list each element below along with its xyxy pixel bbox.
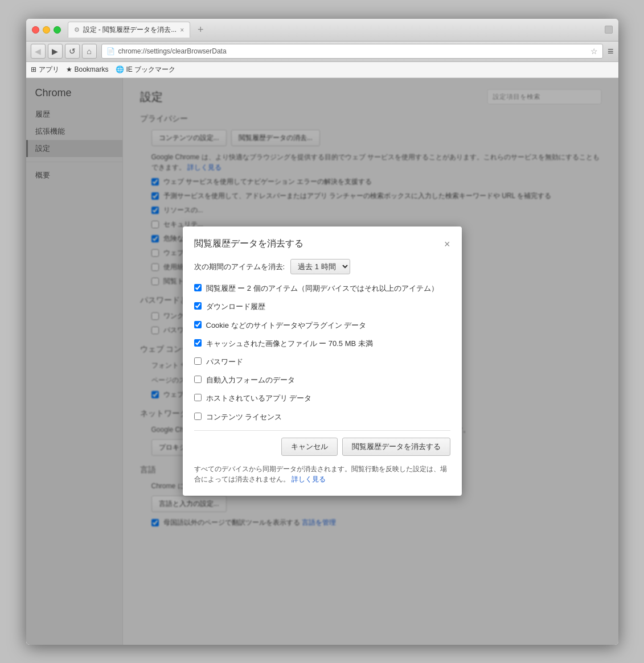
- reload-button[interactable]: ↺: [65, 44, 80, 59]
- reload-icon: ↺: [69, 47, 76, 56]
- apps-bookmark[interactable]: ⊞ アプリ: [31, 65, 59, 75]
- tab-close-button[interactable]: ×: [180, 26, 184, 34]
- cache-label: キャッシュされた画像とファイル ー 70.5 MB 未満: [206, 339, 373, 349]
- bookmarks-label: Bookmarks: [75, 65, 109, 73]
- dialog-footer: すべてのデバイスから同期データが消去されます。閲覧行動を反映した設定は、場合によ…: [194, 464, 450, 484]
- dialog-title: 閲覧履歴データを消去する: [194, 238, 303, 250]
- hosted-apps-checkbox[interactable]: [194, 394, 202, 401]
- dialog-separator: [194, 430, 450, 431]
- clear-data-button[interactable]: 閲覧履歴データを消去する: [342, 438, 450, 456]
- clear-browsing-data-dialog: 閲覧履歴データを消去する × 次の期間のアイテムを消去: 過去 1 時間過去 1…: [183, 227, 462, 496]
- home-button[interactable]: ⌂: [82, 44, 97, 59]
- apps-label: アプリ: [39, 65, 59, 75]
- ie-icon: 🌐: [116, 65, 124, 73]
- modal-overlay[interactable]: 閲覧履歴データを消去する × 次の期間のアイテムを消去: 過去 1 時間過去 1…: [26, 78, 618, 645]
- period-label: 次の期間のアイテムを消去:: [194, 262, 285, 272]
- active-tab[interactable]: ⚙ 設定 - 閲覧履歴データを消去... ×: [68, 22, 191, 38]
- chrome-menu-button[interactable]: ≡: [608, 46, 614, 57]
- autofill-checkbox[interactable]: [194, 376, 202, 383]
- autofill-label: 自動入力フォームのデータ: [206, 375, 295, 385]
- forward-icon: ▶: [52, 47, 58, 56]
- cookies-label: Cookie などのサイトデータやプラグイン データ: [206, 320, 367, 331]
- dialog-footer-link[interactable]: 詳しく見る: [292, 475, 326, 483]
- close-traffic-light[interactable]: [32, 26, 39, 34]
- content-licenses-checkbox[interactable]: [194, 413, 202, 420]
- bookmarks-bookmark[interactable]: ★ Bookmarks: [66, 65, 109, 73]
- cache-checkbox[interactable]: [194, 339, 202, 347]
- resize-button[interactable]: [605, 26, 613, 34]
- dialog-close-button[interactable]: ×: [444, 239, 450, 249]
- title-bar: ⚙ 設定 - 閲覧履歴データを消去... × +: [26, 19, 618, 42]
- nav-bar: ◀ ▶ ↺ ⌂ 📄 chrome://settings/clearBrowser…: [26, 42, 618, 62]
- cancel-button[interactable]: キャンセル: [281, 438, 338, 456]
- window-controls: [605, 26, 613, 34]
- tab-title: 設定 - 閲覧履歴データを消去...: [83, 25, 177, 35]
- traffic-lights: [32, 26, 61, 34]
- page-icon: 📄: [106, 47, 115, 55]
- forward-button[interactable]: ▶: [48, 44, 63, 59]
- dialog-checkbox-passwords: パスワード: [194, 356, 450, 368]
- dialog-buttons: キャンセル 閲覧履歴データを消去する: [194, 438, 450, 456]
- dialog-checkbox-autofill: 自動入力フォームのデータ: [194, 374, 450, 386]
- tab-bar: ⚙ 設定 - 閲覧履歴データを消去... × +: [68, 22, 600, 38]
- hosted-apps-label: ホストされているアプリ データ: [206, 393, 312, 403]
- dialog-checkbox-cache: キャッシュされた画像とファイル ー 70.5 MB 未満: [194, 337, 450, 350]
- ie-label: IE ブックマーク: [126, 65, 176, 75]
- period-row: 次の期間のアイテムを消去: 過去 1 時間過去 1 日過去 1 週間過去 4 週…: [194, 259, 450, 274]
- period-select[interactable]: 過去 1 時間過去 1 日過去 1 週間過去 4 週間すべて: [290, 259, 350, 274]
- minimize-traffic-light[interactable]: [43, 26, 50, 34]
- bookmark-star-icon[interactable]: ☆: [590, 47, 598, 56]
- dialog-checkbox-history: 閲覧履歴 ー 2 個のアイテム（同期デバイスではそれ以上のアイテム）: [194, 282, 450, 295]
- back-icon: ◀: [35, 47, 41, 56]
- content-licenses-label: コンテンツ ライセンス: [206, 412, 282, 422]
- url-display: chrome://settings/clearBrowserData: [118, 47, 587, 55]
- apps-icon: ⊞: [31, 65, 36, 73]
- cookies-checkbox[interactable]: [194, 321, 202, 328]
- passwords-label: パスワード: [206, 357, 243, 367]
- dialog-checkbox-cookies: Cookie などのサイトデータやプラグイン データ: [194, 319, 450, 332]
- omnibox[interactable]: 📄 chrome://settings/clearBrowserData ☆: [101, 44, 603, 59]
- history-label: 閲覧履歴 ー 2 個のアイテム（同期デバイスではそれ以上のアイテム）: [206, 283, 438, 294]
- history-checkbox[interactable]: [194, 284, 202, 291]
- download-checkbox[interactable]: [194, 302, 202, 310]
- tab-favicon: ⚙: [74, 26, 80, 34]
- dialog-checkbox-download: ダウンロード履歴: [194, 300, 450, 313]
- download-label: ダウンロード履歴: [206, 302, 265, 312]
- home-icon: ⌂: [87, 47, 91, 56]
- passwords-checkbox[interactable]: [194, 357, 202, 365]
- content-area: Chrome 履歴 拡張機能 設定 概要 設定 プライバシー: [26, 78, 618, 645]
- dialog-checkbox-hosted-apps: ホストされているアプリ データ: [194, 392, 450, 405]
- back-button[interactable]: ◀: [31, 44, 46, 59]
- bookmarks-bar: ⊞ アプリ ★ Bookmarks 🌐 IE ブックマーク: [26, 62, 618, 78]
- new-tab-button[interactable]: +: [192, 22, 208, 38]
- maximize-traffic-light[interactable]: [54, 26, 61, 34]
- dialog-checkbox-content-licenses: コンテンツ ライセンス: [194, 411, 450, 423]
- browser-window: ⚙ 設定 - 閲覧履歴データを消去... × + ◀ ▶ ↺ ⌂ 📄 chrom…: [26, 19, 618, 645]
- dialog-title-bar: 閲覧履歴データを消去する ×: [194, 238, 450, 250]
- ie-bookmark[interactable]: 🌐 IE ブックマーク: [116, 65, 176, 75]
- bookmarks-icon: ★: [66, 65, 72, 73]
